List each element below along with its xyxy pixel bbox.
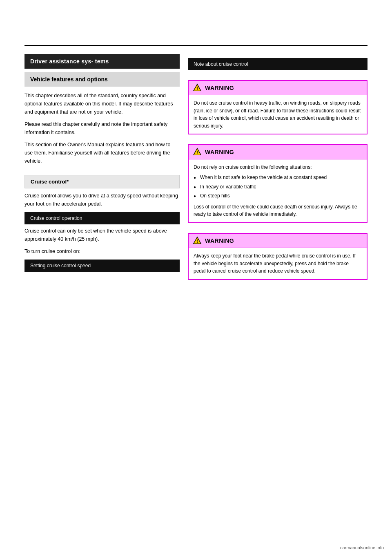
warning-2-extra: Loss of control of the vehicle could cau… [194, 203, 362, 218]
body-text-6: To turn cruise control on: [24, 247, 180, 255]
subsection-title: Vehicle features and options [24, 72, 180, 87]
warning-2-bullet-2: In heavy or variable traffic [194, 183, 362, 191]
cruise-control-title: Cruise control* [24, 175, 180, 188]
right-column: Note about cruise control ! WARNING Do n… [188, 54, 368, 282]
body-text-1: This chapter describes all of the standa… [24, 92, 180, 116]
body-text-2: Please read this chapter carefully and n… [24, 120, 180, 137]
warning-box-1: ! WARNING Do not use cruise control in h… [188, 80, 368, 134]
warning-header-1: ! WARNING [189, 81, 367, 95]
top-divider [24, 45, 368, 46]
left-column: Driver assistance sys- tems Vehicle feat… [24, 54, 180, 282]
warning-icon-2: ! [193, 148, 202, 157]
warning-2-intro: Do not rely on cruise control in the fol… [194, 163, 362, 171]
warning-2-bullet-1: When it is not safe to keep the vehicle … [194, 174, 362, 181]
warning-body-3: Always keep your foot near the brake ped… [189, 248, 367, 279]
warning-title-2: WARNING [205, 149, 234, 155]
body-text-5: Cruise control can only be set when the … [24, 227, 180, 243]
body-text-4: Cruise control allows you to drive at a … [24, 192, 180, 208]
svg-text:!: ! [196, 150, 198, 155]
warning-box-3: ! WARNING Always keep your foot near the… [188, 233, 368, 280]
black-bar-2: Setting cruise control speed [24, 260, 180, 272]
warning-header-2: ! WARNING [189, 145, 367, 159]
content-area: Driver assistance sys- tems Vehicle feat… [0, 54, 392, 282]
warning-2-bullets: When it is not safe to keep the vehicle … [194, 174, 362, 200]
warning-header-3: ! WARNING [189, 234, 367, 248]
black-bar-1: Cruise control operation [24, 212, 180, 224]
warning-icon-3: ! [193, 236, 202, 245]
section-title: Driver assistance sys- tems [24, 54, 180, 69]
info-bar-1: Note about cruise control [188, 58, 368, 70]
warning-body-1: Do not use cruise control in heavy traff… [189, 95, 367, 134]
page-container: Driver assistance sys- tems Vehicle feat… [0, 0, 392, 555]
svg-text:!: ! [196, 86, 198, 91]
warning-title-1: WARNING [205, 85, 234, 91]
warning-body-2: Do not rely on cruise control in the fol… [189, 159, 367, 222]
warning-icon-1: ! [193, 83, 202, 92]
body-text-3: This section of the Owner's Manual expla… [24, 141, 180, 165]
svg-text:!: ! [196, 239, 198, 244]
warning-box-2: ! WARNING Do not rely on cruise control … [188, 144, 368, 223]
watermark: carmanualsonline.info [340, 545, 384, 550]
warning-2-bullet-3: On steep hills [194, 192, 362, 200]
warning-title-3: WARNING [205, 237, 234, 244]
